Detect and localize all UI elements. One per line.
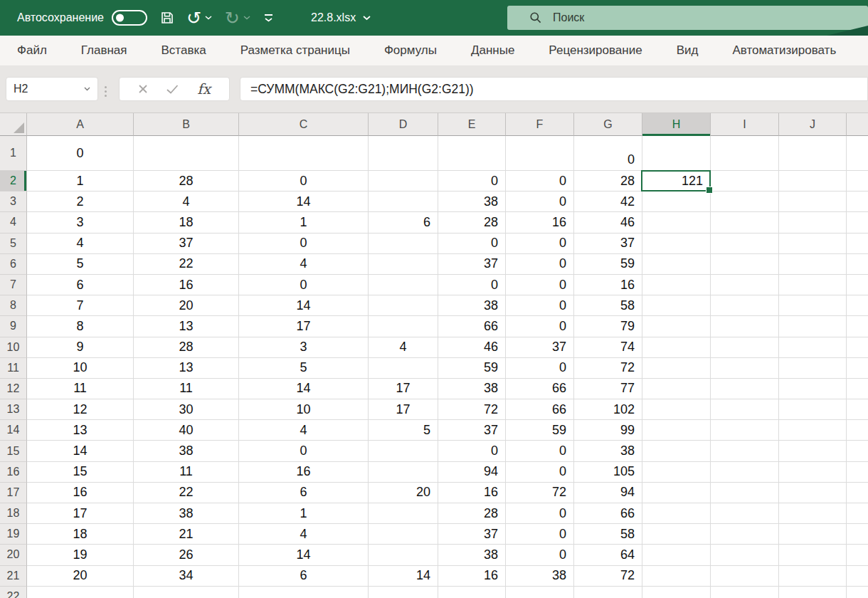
name-box-dropdown-icon[interactable] (84, 87, 90, 91)
cell-B18[interactable]: 38 (134, 503, 239, 524)
cell-E11[interactable]: 59 (438, 358, 506, 379)
cell-A15[interactable]: 14 (27, 441, 134, 461)
undo-button[interactable]: ↺ (186, 9, 212, 27)
cell-E6[interactable]: 37 (438, 254, 506, 275)
cell-J13[interactable] (779, 399, 847, 420)
cell-B20[interactable]: 26 (134, 545, 239, 565)
cell-I9[interactable] (711, 316, 779, 337)
cell-F3[interactable]: 0 (506, 192, 574, 212)
cell-J18[interactable] (779, 503, 847, 524)
cell-C7[interactable]: 0 (239, 275, 369, 295)
cell-G14[interactable]: 99 (574, 420, 642, 441)
enter-button[interactable] (166, 85, 179, 94)
cell-F22[interactable] (506, 587, 574, 598)
cell-F14[interactable]: 59 (506, 420, 574, 441)
cell-D19[interactable] (369, 524, 438, 545)
row-header-5[interactable]: 5 (0, 234, 27, 254)
cell-A16[interactable]: 15 (27, 462, 134, 483)
cell-J1[interactable] (779, 136, 847, 171)
row-header-21[interactable]: 21 (0, 566, 27, 587)
cell-I22[interactable] (711, 587, 779, 598)
cell-B13[interactable]: 30 (134, 399, 239, 420)
cell-B4[interactable]: 18 (134, 212, 239, 233)
cell-G17[interactable]: 94 (574, 483, 642, 503)
cell-H22[interactable] (642, 587, 711, 598)
tab-page-layout[interactable]: Разметка страницы (223, 43, 367, 58)
cell-G21[interactable]: 72 (574, 566, 642, 587)
cell-C11[interactable]: 5 (239, 358, 369, 379)
cell-A2[interactable]: 1 (27, 171, 134, 192)
row-header-6[interactable]: 6 (0, 254, 27, 275)
cell-F16[interactable]: 0 (506, 462, 574, 483)
cell-A9[interactable]: 8 (27, 316, 134, 337)
cell-I16[interactable] (711, 462, 779, 483)
cell-C2[interactable]: 0 (239, 171, 369, 192)
cell-E12[interactable]: 38 (438, 379, 506, 399)
cell-I13[interactable] (711, 399, 779, 420)
cell-J12[interactable] (779, 379, 847, 399)
column-header-I[interactable]: I (711, 113, 779, 136)
cell-C13[interactable]: 10 (239, 399, 369, 420)
cell-I11[interactable] (711, 358, 779, 379)
cell-D22[interactable] (369, 587, 438, 598)
cell-D2[interactable] (369, 171, 438, 192)
cell-A5[interactable]: 4 (27, 234, 134, 254)
cell-E15[interactable]: 0 (438, 441, 506, 461)
cell-A19[interactable]: 18 (27, 524, 134, 545)
cell-F4[interactable]: 16 (506, 212, 574, 233)
column-header-G[interactable]: G (574, 113, 642, 136)
cell-D17[interactable]: 20 (369, 483, 438, 503)
cell-H5[interactable] (642, 234, 711, 254)
cell-A4[interactable]: 3 (27, 212, 134, 233)
cell-D14[interactable]: 5 (369, 420, 438, 441)
cell-I1[interactable] (711, 136, 779, 171)
cell-B10[interactable]: 28 (134, 337, 239, 358)
cell-D3[interactable] (369, 192, 438, 212)
cell-I15[interactable] (711, 441, 779, 461)
cell-I3[interactable] (711, 192, 779, 212)
cell-D8[interactable] (369, 295, 438, 316)
cell-D20[interactable] (369, 545, 438, 565)
cell-F7[interactable]: 0 (506, 275, 574, 295)
row-header-8[interactable]: 8 (0, 295, 27, 316)
row-header-17[interactable]: 17 (0, 483, 27, 503)
cell-F6[interactable]: 0 (506, 254, 574, 275)
autosave-toggle[interactable] (112, 10, 147, 26)
cell-H21[interactable] (642, 566, 711, 587)
cell-C16[interactable]: 16 (239, 462, 369, 483)
cell-B21[interactable]: 34 (134, 566, 239, 587)
cell-H9[interactable] (642, 316, 711, 337)
cell-C18[interactable]: 1 (239, 503, 369, 524)
column-header-F[interactable]: F (506, 113, 574, 136)
cell-G6[interactable]: 59 (574, 254, 642, 275)
cell-J11[interactable] (779, 358, 847, 379)
redo-button[interactable]: ↻ (225, 9, 250, 27)
cell-H8[interactable] (642, 295, 711, 316)
cell-E13[interactable]: 72 (438, 399, 506, 420)
cell-I21[interactable] (711, 566, 779, 587)
cell-A14[interactable]: 13 (27, 420, 134, 441)
cell-B12[interactable]: 11 (134, 379, 239, 399)
cell-D12[interactable]: 17 (369, 379, 438, 399)
cell-E18[interactable]: 28 (438, 503, 506, 524)
cell-E21[interactable]: 16 (438, 566, 506, 587)
cell-D16[interactable] (369, 462, 438, 483)
cell-F5[interactable]: 0 (506, 234, 574, 254)
cell-G2[interactable]: 28 (574, 171, 642, 192)
row-header-22[interactable]: 22 (0, 587, 27, 598)
cell-J9[interactable] (779, 316, 847, 337)
cell-C10[interactable]: 3 (239, 337, 369, 358)
cell-J21[interactable] (779, 566, 847, 587)
cell-G9[interactable]: 79 (574, 316, 642, 337)
cell-H14[interactable] (642, 420, 711, 441)
cell-F13[interactable]: 66 (506, 399, 574, 420)
cell-D9[interactable] (369, 316, 438, 337)
cell-A21[interactable]: 20 (27, 566, 134, 587)
cell-B14[interactable]: 40 (134, 420, 239, 441)
cell-A1[interactable]: 0 (27, 136, 134, 171)
cell-A18[interactable]: 17 (27, 503, 134, 524)
cell-H7[interactable] (642, 275, 711, 295)
cell-H16[interactable] (642, 462, 711, 483)
cell-H2[interactable]: 121 (642, 171, 711, 192)
cell-G22[interactable] (574, 587, 642, 598)
